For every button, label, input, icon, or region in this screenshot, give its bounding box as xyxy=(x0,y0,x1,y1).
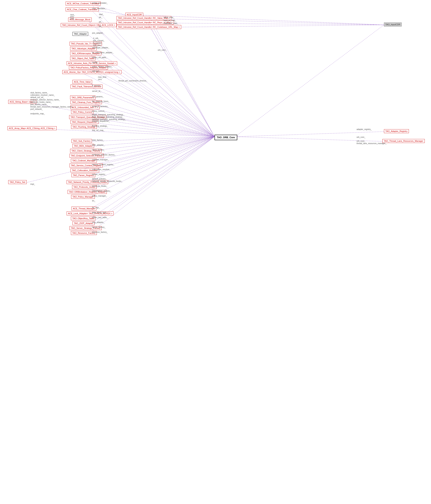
svg-line-8 xyxy=(235,25,384,137)
edge-label: start_ xyxy=(99,13,104,16)
svg-line-51 xyxy=(143,15,384,25)
edge-label: endpoint_selector_factory_name_ xyxy=(30,99,60,101)
svg-line-32 xyxy=(90,137,214,161)
node-TAO_Parser_Registry: TAO_Parser_Registry xyxy=(72,173,95,177)
edge-label: cont_ xyxy=(70,18,75,20)
edge-label: resource_factory_ xyxy=(92,231,108,233)
edge-label: stub_factory_name_ xyxy=(30,92,48,94)
edge-label: ptr_ xyxy=(99,16,102,18)
node-ACE_Array_Map_ACE_CString_ACE_CString: ACE_Array_Map< ACE_CString, ACE_CString … xyxy=(8,126,57,130)
edge-label: config_ xyxy=(92,61,98,63)
edge-label: refcount_ xyxy=(92,70,100,72)
node-TAO_ORB_Core: TAO_ORB_Core xyxy=(214,135,237,140)
node-TAO_ORB_Parameters: TAO_ORB_Parameters xyxy=(70,96,95,99)
edge-label: policy_current_ xyxy=(92,110,105,112)
edge-label: rt_orb_ xyxy=(93,37,99,39)
edge-label: tss_cleanup_funcs_ xyxy=(92,100,109,102)
edge-label: max_time xyxy=(98,76,106,78)
node-TAO_ZIOP_Adapter: TAO_ZIOP_Adapter xyxy=(73,221,94,225)
edge-label: codeset_manager_ xyxy=(92,159,109,161)
svg-line-54 xyxy=(150,23,384,25)
svg-line-41 xyxy=(90,137,214,209)
svg-line-5 xyxy=(150,23,214,137)
svg-line-2 xyxy=(143,15,214,137)
edge-label: orb_core_ xyxy=(357,136,365,138)
edge-label: collocation_resolver_ xyxy=(92,168,110,171)
edge-label: orb_core_ xyxy=(357,140,365,142)
edge-label: server_id_ xyxy=(92,90,101,92)
edge-label: client_factory_ xyxy=(92,149,105,151)
edge-label: object_ref_table_ xyxy=(92,56,107,59)
edge-label: root_pos_ xyxy=(93,44,102,46)
edge-label: codebase_map_ xyxy=(164,22,178,24)
svg-line-43 xyxy=(90,137,214,219)
svg-line-29 xyxy=(91,137,214,146)
edge-label: default_policies_ xyxy=(92,178,107,180)
svg-line-17 xyxy=(87,82,214,137)
edge-label: service_context_registry_ xyxy=(92,163,114,166)
edge-label: repo_id_map_ xyxy=(164,19,176,21)
edge-label: adapter_registry_ xyxy=(357,128,372,130)
node-TAO_Policy_Manager: TAO_Policy_Manager xyxy=(71,195,95,199)
edge-label: data_block_lock_ xyxy=(92,211,107,214)
edge-label: endpoint_selector_factory_ xyxy=(92,154,116,156)
node-TAO_Policy_Set: TAO_Policy_Set xyxy=(8,180,27,184)
edge-label: ptr_ xyxy=(99,25,102,27)
edge-label: thread_lane_resources_manager_ xyxy=(357,142,386,144)
node-ACE_Atomic_Op_TAO_SYNCH_MUTEX_unsigned_long: ACE_Atomic_Op< TAO_SYNCH_MUTEX, unsigned… xyxy=(62,70,121,74)
svg-line-33 xyxy=(88,137,214,166)
edge-label: parser_registry_ xyxy=(92,173,106,175)
edge-label: policy_factory_registry_ xyxy=(92,66,113,68)
node-ACE_Time_Value: ACE_Time_Value xyxy=(73,80,92,84)
edge-label: flushing_strategy_ xyxy=(92,125,108,127)
node-TAO_Intrusive_Ref_Count_Object_OBJ_ACE_LOCK: TAO_Intrusive_Ref_Count_Object< OBJ, ACE… xyxy=(61,23,117,27)
svg-line-31 xyxy=(88,137,214,156)
edge-label: default_init_ref_ xyxy=(30,96,44,99)
diagram-container: ACE_WChar_Codeset_TranslatorACE_Char_Cod… xyxy=(0,0,431,504)
svg-line-27 xyxy=(36,129,214,137)
edge-label: ptr_ xyxy=(99,21,102,23)
node-TAO_ObjectKey_Table: TAO::ObjectKey_Table xyxy=(71,216,95,220)
svg-line-22 xyxy=(89,108,214,137)
edge-label: poa_factory_name_ xyxy=(30,103,48,106)
node-TAO_Intrusive_Ref_Count_Handle_RC_Codebase_URL_Map: TAO_Intrusive_Ref_Count_Handle< RC_Codeb… xyxy=(117,25,181,29)
node-TAO_Sub_Factory: TAO_Sub_Factory xyxy=(72,139,92,143)
edge-label: rt_current_ xyxy=(93,42,102,44)
svg-line-46 xyxy=(90,137,214,234)
svg-line-55 xyxy=(150,25,384,27)
node-ACE_Intrusive_Auto_Ptr_ACE_Service_Gestalt: ACE_Intrusive_Auto_Ptr< ACE_Service_Gest… xyxy=(67,61,117,65)
node-TAO_BiDir_Adapter: TAO_BiDir_Adapter xyxy=(73,144,94,148)
edge-label: network_priority_protocols_hooks_ xyxy=(92,180,122,182)
svg-line-30 xyxy=(89,137,214,151)
edge-label: value_map_ xyxy=(164,16,174,18)
edge-label: pos_current_ xyxy=(93,40,104,42)
edge-label: policy_manager_ xyxy=(92,195,107,197)
edge-label: orbinitializer_registry_ xyxy=(92,190,111,192)
node-TAO_Policy_Current: TAO_Policy_Current xyxy=(71,110,93,114)
edge-label: request_dispatcher_ xyxy=(92,120,110,122)
edge-label: eager_transport_queueing_strategy_ xyxy=(92,114,124,116)
edge-label: stub_factory_ xyxy=(92,139,104,141)
edge-label: ft_service_ xyxy=(92,85,101,87)
edge-label: protocol_factories_ xyxy=(92,105,109,108)
svg-line-4 xyxy=(150,18,214,137)
svg-line-28 xyxy=(90,137,214,141)
svg-line-18 xyxy=(89,87,214,137)
edge-label: orb_params_ xyxy=(92,96,104,98)
edge-label: pos_adapter_ xyxy=(92,32,104,34)
edge-label: protocols_hooks_ xyxy=(92,185,107,187)
edge-label: pref_network_ xyxy=(30,108,43,110)
edge-label: protocols_hooks_name_ xyxy=(30,101,52,103)
edge-label: flush_transport_queueing_strategy_ xyxy=(92,116,123,118)
svg-line-6 xyxy=(150,27,214,137)
edge-label: ziop_adapter_ xyxy=(92,221,104,223)
edge-label: ior_interceptor_adapter_ xyxy=(92,52,113,54)
edge-label: char_translator_ xyxy=(92,8,106,9)
edge-label: bidir_adapter_ xyxy=(92,144,105,146)
node-TAO_InputCDR: TAO_InputCDR xyxy=(384,23,402,27)
svg-line-36 xyxy=(27,137,214,182)
node-TAO_Thread_Lane_Resources_Manager: TAO_Thread_Lane_Resources_Manager xyxy=(382,139,425,143)
edge-label: thread_per_connection_timeout_ xyxy=(119,80,147,82)
edge-label: thr_mgr_ xyxy=(92,207,100,209)
edge-label: collocation_resolver_name_ xyxy=(30,94,55,96)
